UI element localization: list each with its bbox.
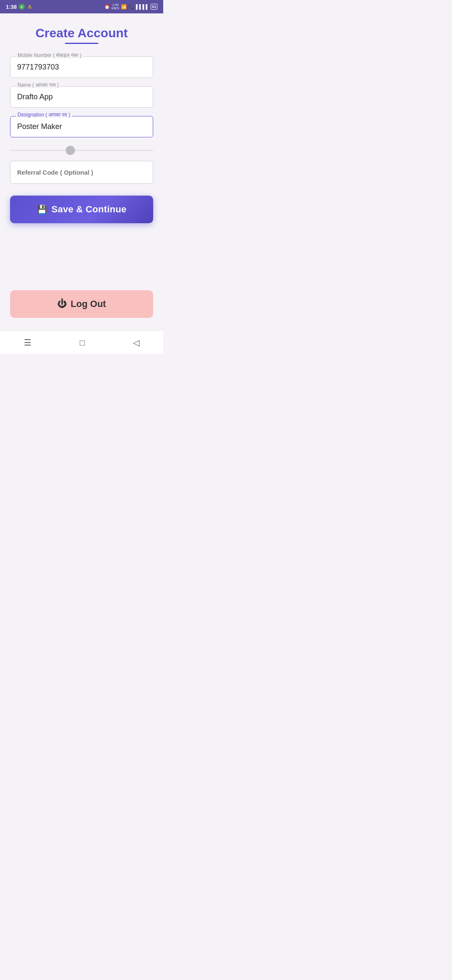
main-content: Create Account Mobile Number ( मोबाइल नं… (0, 13, 163, 330)
alarm-icon: ⏰ (104, 4, 110, 10)
save-icon: 💾 (37, 204, 47, 214)
bottom-nav: ☰ □ ◁ (0, 330, 163, 353)
home-nav-icon[interactable]: □ (71, 335, 93, 350)
battery-indicator: 51 (151, 4, 157, 10)
wifi-icon: 📶 (121, 4, 127, 10)
clock-display: 1:38 (6, 4, 17, 10)
warning-icon: ⚠ (27, 4, 33, 10)
mobile-input[interactable] (10, 57, 153, 78)
referral-input[interactable] (10, 161, 153, 184)
name-field-wrapper: Name ( आपका नाम ) (10, 86, 153, 108)
back-nav-icon[interactable]: ◁ (125, 335, 148, 350)
designation-field-wrapper: Designation ( आपका पद ) (10, 116, 153, 137)
designation-label: Designation ( आपका पद ) (16, 112, 72, 118)
save-continue-label: Save & Continue (51, 204, 126, 215)
name-label: Name ( आपका नाम ) (16, 82, 60, 88)
referral-field-wrapper (10, 161, 153, 184)
status-bar: 1:38 ● ⚠ ⏰ 1.00 KB/S 📶 📞 ▌▌▌▌ 51 (0, 0, 163, 13)
notification-icon: ● (19, 4, 25, 10)
status-bar-left: 1:38 ● ⚠ (6, 4, 33, 10)
spacer (10, 223, 153, 290)
save-continue-button[interactable]: 💾 Save & Continue (10, 196, 153, 223)
name-input[interactable] (10, 86, 153, 108)
signal-icon: ▌▌▌▌ (136, 4, 149, 9)
designation-input[interactable] (10, 116, 153, 137)
mobile-label: Mobile Number ( मोबाइल नंबर ) (16, 52, 83, 58)
logout-label: Log Out (71, 299, 106, 309)
logout-button[interactable]: ⏻ Log Out (10, 290, 153, 318)
page-title: Create Account (10, 26, 153, 40)
menu-nav-icon[interactable]: ☰ (15, 335, 40, 350)
slider-track (10, 150, 153, 151)
logout-icon: ⏻ (57, 299, 67, 309)
slider-container (10, 150, 153, 151)
mobile-field-wrapper: Mobile Number ( मोबाइल नंबर ) (10, 57, 153, 78)
slider-thumb[interactable] (66, 146, 75, 155)
title-underline (65, 43, 98, 44)
call-icon: 📞 (128, 4, 134, 10)
network-speed: 1.00 KB/S (112, 3, 119, 10)
status-bar-right: ⏰ 1.00 KB/S 📶 📞 ▌▌▌▌ 51 (104, 3, 157, 10)
